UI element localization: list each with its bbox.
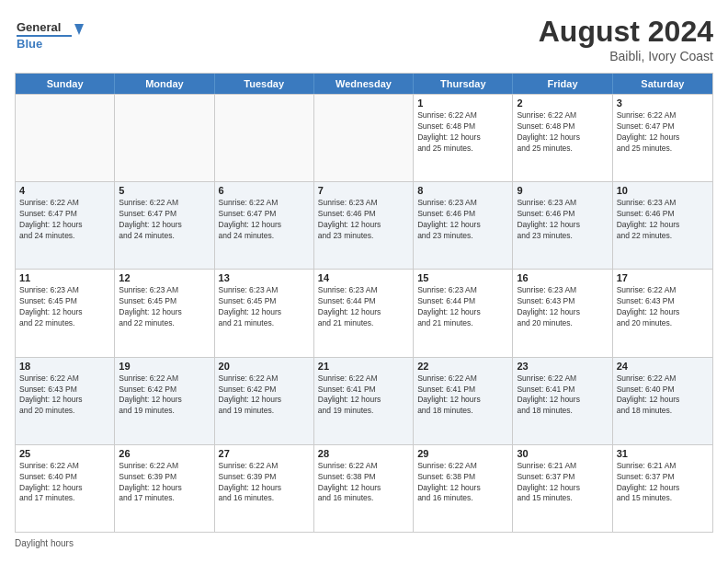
calendar-row: 11Sunrise: 6:23 AM Sunset: 6:45 PM Dayli… bbox=[16, 269, 712, 356]
day-number: 17 bbox=[617, 272, 709, 283]
calendar-cell bbox=[314, 95, 414, 181]
day-info: Sunrise: 6:23 AM Sunset: 6:45 PM Dayligh… bbox=[119, 285, 210, 329]
day-number: 21 bbox=[318, 361, 409, 372]
calendar-header-cell: Friday bbox=[513, 74, 612, 94]
logo: General Blue bbox=[15, 15, 88, 52]
calendar-header-cell: Monday bbox=[115, 74, 214, 94]
calendar-cell: 23Sunrise: 6:22 AM Sunset: 6:41 PM Dayli… bbox=[513, 358, 612, 444]
day-number: 3 bbox=[617, 98, 709, 109]
calendar-cell: 7Sunrise: 6:23 AM Sunset: 6:46 PM Daylig… bbox=[314, 182, 414, 269]
calendar-cell: 26Sunrise: 6:22 AM Sunset: 6:39 PM Dayli… bbox=[115, 445, 214, 532]
calendar-cell: 21Sunrise: 6:22 AM Sunset: 6:41 PM Dayli… bbox=[314, 358, 414, 444]
day-info: Sunrise: 6:22 AM Sunset: 6:43 PM Dayligh… bbox=[19, 373, 110, 418]
calendar-cell bbox=[215, 95, 314, 181]
calendar-cell: 13Sunrise: 6:23 AM Sunset: 6:45 PM Dayli… bbox=[215, 270, 314, 356]
day-number: 31 bbox=[617, 448, 709, 459]
calendar-cell: 22Sunrise: 6:22 AM Sunset: 6:41 PM Dayli… bbox=[414, 358, 513, 444]
day-info: Sunrise: 6:21 AM Sunset: 6:37 PM Dayligh… bbox=[617, 461, 709, 505]
day-info: Sunrise: 6:22 AM Sunset: 6:48 PM Dayligh… bbox=[517, 110, 608, 155]
day-info: Sunrise: 6:22 AM Sunset: 6:42 PM Dayligh… bbox=[119, 373, 210, 418]
calendar-cell: 17Sunrise: 6:22 AM Sunset: 6:43 PM Dayli… bbox=[613, 270, 712, 356]
calendar-cell: 4Sunrise: 6:22 AM Sunset: 6:47 PM Daylig… bbox=[16, 182, 115, 269]
day-info: Sunrise: 6:22 AM Sunset: 6:47 PM Dayligh… bbox=[19, 198, 110, 242]
day-info: Sunrise: 6:23 AM Sunset: 6:43 PM Dayligh… bbox=[517, 285, 608, 329]
calendar-cell: 1Sunrise: 6:22 AM Sunset: 6:48 PM Daylig… bbox=[414, 95, 513, 181]
calendar-cell: 8Sunrise: 6:23 AM Sunset: 6:46 PM Daylig… bbox=[414, 182, 513, 269]
day-info: Sunrise: 6:23 AM Sunset: 6:46 PM Dayligh… bbox=[417, 198, 508, 242]
calendar-cell: 2Sunrise: 6:22 AM Sunset: 6:48 PM Daylig… bbox=[513, 95, 612, 181]
day-number: 11 bbox=[19, 272, 110, 283]
day-number: 28 bbox=[318, 448, 409, 459]
day-info: Sunrise: 6:21 AM Sunset: 6:37 PM Dayligh… bbox=[517, 461, 608, 505]
day-number: 30 bbox=[517, 448, 608, 459]
day-number: 12 bbox=[119, 272, 210, 283]
title-block: August 2024 Baibli, Ivory Coast bbox=[539, 15, 713, 63]
day-info: Sunrise: 6:22 AM Sunset: 6:40 PM Dayligh… bbox=[617, 373, 709, 418]
calendar-cell: 18Sunrise: 6:22 AM Sunset: 6:43 PM Dayli… bbox=[16, 358, 115, 444]
location: Baibli, Ivory Coast bbox=[539, 49, 713, 63]
calendar-row: 18Sunrise: 6:22 AM Sunset: 6:43 PM Dayli… bbox=[16, 357, 712, 444]
calendar-cell: 19Sunrise: 6:22 AM Sunset: 6:42 PM Dayli… bbox=[115, 358, 214, 444]
calendar-header: SundayMondayTuesdayWednesdayThursdayFrid… bbox=[16, 74, 712, 94]
day-number: 2 bbox=[517, 98, 608, 109]
day-number: 10 bbox=[617, 185, 709, 196]
calendar-cell: 14Sunrise: 6:23 AM Sunset: 6:44 PM Dayli… bbox=[314, 270, 414, 356]
day-number: 5 bbox=[119, 185, 210, 196]
calendar: SundayMondayTuesdayWednesdayThursdayFrid… bbox=[15, 73, 713, 533]
day-number: 19 bbox=[119, 361, 210, 372]
calendar-cell: 29Sunrise: 6:22 AM Sunset: 6:38 PM Dayli… bbox=[414, 445, 513, 532]
calendar-cell: 24Sunrise: 6:22 AM Sunset: 6:40 PM Dayli… bbox=[613, 358, 712, 444]
day-number: 4 bbox=[19, 185, 110, 196]
day-info: Sunrise: 6:23 AM Sunset: 6:44 PM Dayligh… bbox=[417, 285, 508, 329]
calendar-cell: 27Sunrise: 6:22 AM Sunset: 6:39 PM Dayli… bbox=[215, 445, 314, 532]
day-info: Sunrise: 6:22 AM Sunset: 6:39 PM Dayligh… bbox=[219, 461, 310, 505]
day-info: Sunrise: 6:22 AM Sunset: 6:40 PM Dayligh… bbox=[19, 461, 110, 505]
day-info: Sunrise: 6:22 AM Sunset: 6:42 PM Dayligh… bbox=[219, 373, 310, 418]
day-info: Sunrise: 6:22 AM Sunset: 6:47 PM Dayligh… bbox=[617, 110, 709, 155]
calendar-row: 4Sunrise: 6:22 AM Sunset: 6:47 PM Daylig… bbox=[16, 181, 712, 269]
calendar-cell: 10Sunrise: 6:23 AM Sunset: 6:46 PM Dayli… bbox=[613, 182, 712, 269]
day-number: 16 bbox=[517, 272, 608, 283]
calendar-cell: 25Sunrise: 6:22 AM Sunset: 6:40 PM Dayli… bbox=[16, 445, 115, 532]
day-number: 9 bbox=[517, 185, 608, 196]
calendar-cell: 12Sunrise: 6:23 AM Sunset: 6:45 PM Dayli… bbox=[115, 270, 214, 356]
day-info: Sunrise: 6:22 AM Sunset: 6:43 PM Dayligh… bbox=[617, 285, 709, 329]
calendar-row: 1Sunrise: 6:22 AM Sunset: 6:48 PM Daylig… bbox=[16, 94, 712, 181]
day-info: Sunrise: 6:23 AM Sunset: 6:44 PM Dayligh… bbox=[318, 285, 409, 329]
calendar-cell bbox=[16, 95, 115, 181]
day-number: 24 bbox=[617, 361, 709, 372]
day-info: Sunrise: 6:22 AM Sunset: 6:38 PM Dayligh… bbox=[318, 461, 409, 505]
calendar-cell: 16Sunrise: 6:23 AM Sunset: 6:43 PM Dayli… bbox=[513, 270, 612, 356]
day-info: Sunrise: 6:22 AM Sunset: 6:47 PM Dayligh… bbox=[219, 198, 310, 242]
day-info: Sunrise: 6:22 AM Sunset: 6:41 PM Dayligh… bbox=[417, 373, 508, 418]
calendar-header-cell: Tuesday bbox=[215, 74, 314, 94]
page: General Blue August 2024 Baibli, Ivory C… bbox=[0, 0, 728, 563]
day-number: 18 bbox=[19, 361, 110, 372]
day-number: 8 bbox=[417, 185, 508, 196]
day-number: 1 bbox=[417, 98, 508, 109]
calendar-header-cell: Saturday bbox=[613, 74, 712, 94]
day-info: Sunrise: 6:22 AM Sunset: 6:41 PM Dayligh… bbox=[318, 373, 409, 418]
calendar-cell: 15Sunrise: 6:23 AM Sunset: 6:44 PM Dayli… bbox=[414, 270, 513, 356]
header: General Blue August 2024 Baibli, Ivory C… bbox=[15, 15, 713, 63]
calendar-cell: 28Sunrise: 6:22 AM Sunset: 6:38 PM Dayli… bbox=[314, 445, 414, 532]
svg-text:Blue: Blue bbox=[17, 37, 42, 51]
day-number: 25 bbox=[19, 448, 110, 459]
calendar-row: 25Sunrise: 6:22 AM Sunset: 6:40 PM Dayli… bbox=[16, 444, 712, 532]
day-number: 7 bbox=[318, 185, 409, 196]
day-info: Sunrise: 6:23 AM Sunset: 6:46 PM Dayligh… bbox=[617, 198, 709, 242]
day-number: 15 bbox=[417, 272, 508, 283]
day-info: Sunrise: 6:22 AM Sunset: 6:39 PM Dayligh… bbox=[119, 461, 210, 505]
calendar-cell: 9Sunrise: 6:23 AM Sunset: 6:46 PM Daylig… bbox=[513, 182, 612, 269]
day-number: 22 bbox=[417, 361, 508, 372]
day-number: 27 bbox=[219, 448, 310, 459]
calendar-cell: 6Sunrise: 6:22 AM Sunset: 6:47 PM Daylig… bbox=[215, 182, 314, 269]
day-info: Sunrise: 6:22 AM Sunset: 6:41 PM Dayligh… bbox=[517, 373, 608, 418]
calendar-cell bbox=[115, 95, 214, 181]
day-number: 14 bbox=[318, 272, 409, 283]
day-info: Sunrise: 6:23 AM Sunset: 6:46 PM Dayligh… bbox=[318, 198, 409, 242]
calendar-header-cell: Thursday bbox=[414, 74, 513, 94]
calendar-cell: 5Sunrise: 6:22 AM Sunset: 6:47 PM Daylig… bbox=[115, 182, 214, 269]
month-year: August 2024 bbox=[539, 15, 713, 49]
day-info: Sunrise: 6:23 AM Sunset: 6:46 PM Dayligh… bbox=[517, 198, 608, 242]
